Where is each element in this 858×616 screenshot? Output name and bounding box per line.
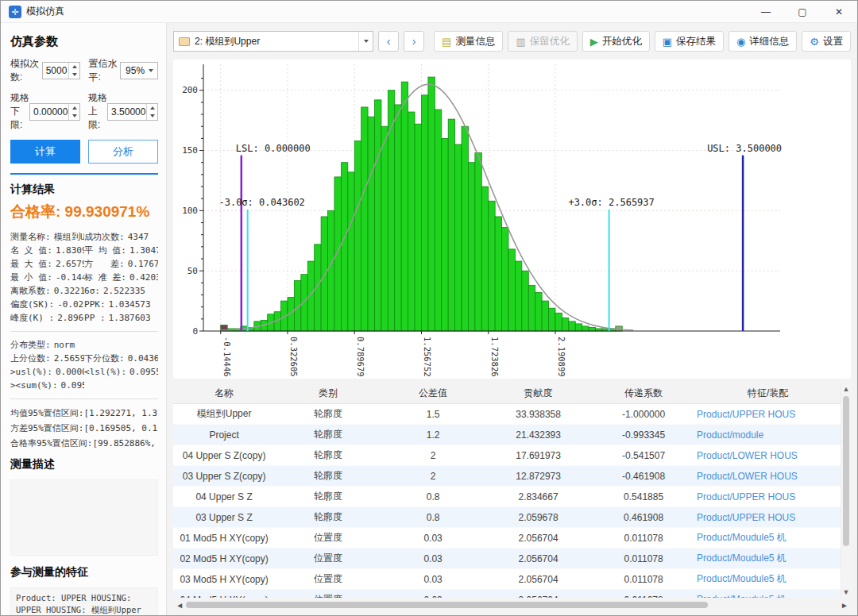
close-button[interactable]: ✕ [821,1,857,22]
table-cell: 04 Upper S Z(copy) [173,450,275,461]
details-button[interactable]: ◉详细信息 [729,31,797,52]
sim-count-spinner[interactable]: 5000 [42,62,81,79]
usl-value[interactable]: 3.50000 [108,104,146,120]
measure-description-box[interactable] [10,479,158,556]
table-cell: 1.2 [381,429,485,441]
sim-count-value[interactable]: 5000 [43,63,69,79]
stat-value: 2.565937 [54,352,84,365]
table-cell: 04 Upper S Z [173,491,275,502]
measurement-selector[interactable]: 2: 模组到Upper [173,31,373,52]
stat-cell: 名 义 值:1.830901 [10,244,84,257]
spin-down-icon[interactable] [147,112,157,120]
table-cell: 模组到Upper [173,407,275,421]
save-results-button-label: 保存结果 [676,35,716,48]
vscroll-thumb[interactable] [843,396,849,546]
next-measurement-button[interactable]: › [404,31,424,52]
stat-cell: PP :1.387603 [84,311,158,325]
scroll-up-icon[interactable]: ▲ [841,383,851,395]
stat-value: 1.034573 [109,298,151,311]
spin-down-icon[interactable] [69,112,79,120]
stat-cell: >usl(%):0.000009% [10,365,84,379]
save-results-button[interactable]: ▣保存结果 [655,31,724,52]
distribution-grid: 分布类型:norm上分位数:2.565937下分位数:0.043602>usl(… [10,338,158,392]
assembly-link[interactable]: Product/UPPER HOUS [695,491,841,502]
column-header-0[interactable]: 名称 [173,387,275,400]
assembly-link[interactable]: Product/Moudule5 机 [695,531,841,545]
play-icon: ▶ [590,37,598,47]
table-row[interactable]: 04 Upper S Z(copy)轮廓度217.691973-0.541507… [173,445,841,466]
scroll-right-icon[interactable]: ► [838,601,851,610]
stat-value: 0.095552% [129,365,158,379]
settings-button[interactable]: ⚙设置 [802,31,851,52]
stat-label: 方 差: [84,257,125,271]
table-row[interactable]: 03 Mod5 H XY(copy)位置度0.032.0567040.01107… [173,569,841,590]
settings-button-label: 设置 [823,35,843,48]
table-row[interactable]: Project轮廓度1.221.432393-0.993345Product/m… [173,425,841,445]
stat-cell: 离散系数:0.322194 [10,284,84,298]
table-cell: 01 Mod5 H XY(copy) [173,533,275,544]
stat-row: 分布类型:norm [10,338,158,352]
assembly-link[interactable]: Product/Moudule5 机 [695,552,841,565]
table-cell: -0.461908 [592,471,695,482]
lsl-spinner[interactable]: 0.00000 [29,103,80,121]
assembly-link[interactable]: Product/Moudule5 机 [695,572,841,586]
stat-cell: 方 差:0.176727 [84,257,158,271]
assembly-link[interactable]: Product/Moudule5 机 [695,593,841,598]
hscroll-thumb[interactable] [186,602,708,608]
stat-value: 0.176727 [128,257,158,271]
table-row[interactable]: 模组到Upper轮廓度1.533.938358-1.000000Product/… [173,404,841,425]
table-row[interactable]: 02 Mod5 H XY(copy)位置度0.032.0567040.01107… [173,549,841,569]
table-row[interactable]: 04 Mod5 H XY(copy)位置度0.032.0567040.01107… [173,590,841,598]
table-row[interactable]: 01 Mod5 H XY(copy)位置度0.032.0567040.01107… [173,528,841,549]
assembly-link[interactable]: Product/LOWER HOUS [695,450,841,461]
spin-down-icon[interactable] [69,71,79,79]
table-row[interactable]: 03 Upper S Z轮廓度0.82.0596780.461908Produc… [173,507,841,528]
stat-cell: 成功次数:4347 [84,230,158,244]
stat-row: 上分位数:2.565937下分位数:0.043602 [10,352,158,365]
measure-info-button[interactable]: ▤测量信息 [434,31,503,52]
stat-cell: <lsl(%):0.095552% [84,365,158,379]
column-header-5[interactable]: 特征/装配 [695,387,841,400]
chevron-down-icon[interactable] [145,63,157,79]
table-cell: Project [173,429,275,441]
table-row[interactable]: 03 Upper S Z(copy)轮廓度212.872973-0.461908… [173,466,841,487]
stat-label: 离散系数: [10,284,51,298]
calculate-button[interactable]: 计算 [10,140,80,164]
sim-count-label: 模拟次数: [10,57,42,84]
spin-up-icon[interactable] [69,63,79,71]
table-cell: 21.432393 [485,429,592,441]
assembly-link[interactable]: Product/UPPER HOUS [695,409,841,420]
toolbar: 2: 模组到Upper ‹ › ▤测量信息▥保留优化▶开始优化▣保存结果◉详细信… [173,29,851,53]
stat-cell: 6σ:2.522335 [84,284,158,298]
scroll-down-icon[interactable]: ▼ [841,587,851,598]
chevron-down-icon[interactable] [358,32,373,51]
table-row[interactable]: 04 Upper S Z轮廓度0.82.8346670.541885Produc… [173,487,841,507]
usl-spinner[interactable]: 3.50000 [107,103,158,121]
stat-cell: 峰度(K) :2.896642 [10,311,84,325]
stat-label: 标 准 差: [84,271,126,284]
column-header-4[interactable]: 传递系数 [592,387,695,400]
spin-up-icon[interactable] [69,104,79,112]
horizontal-scrollbar[interactable]: ◄ ► [173,599,851,610]
start-optimize-button[interactable]: ▶开始优化 [582,31,650,52]
spin-up-icon[interactable] [147,104,157,112]
analyze-button[interactable]: 分析 [88,140,158,164]
stat-label: 偏度(SK): [10,298,54,311]
prev-measurement-button[interactable]: ‹ [378,31,399,52]
svg-text:50: 50 [187,266,198,276]
scroll-left-icon[interactable]: ◄ [173,601,186,610]
assembly-link[interactable]: Product/UPPER HOUS [695,512,841,523]
confidence-interval-line: 方差95%置信区间:[0.169505, 0.184378] [10,421,158,436]
assembly-link[interactable]: Product/LOWER HOUS [695,471,841,482]
confidence-select[interactable]: 95% [120,62,158,79]
minimize-button[interactable]: — [748,1,784,22]
column-header-3[interactable]: 贡献度 [485,387,592,400]
vertical-scrollbar[interactable]: ▲ ▼ [841,383,851,598]
lsl-value[interactable]: 0.00000 [30,104,68,120]
maximize-button[interactable]: ▢ [784,1,821,22]
stat-label: 最 小 值: [10,271,52,284]
assembly-link[interactable]: Product/module [695,429,841,441]
column-header-2[interactable]: 公差值 [381,387,485,400]
stat-cell: 标 准 差:0.420389 [84,271,158,284]
column-header-1[interactable]: 类别 [275,387,381,400]
